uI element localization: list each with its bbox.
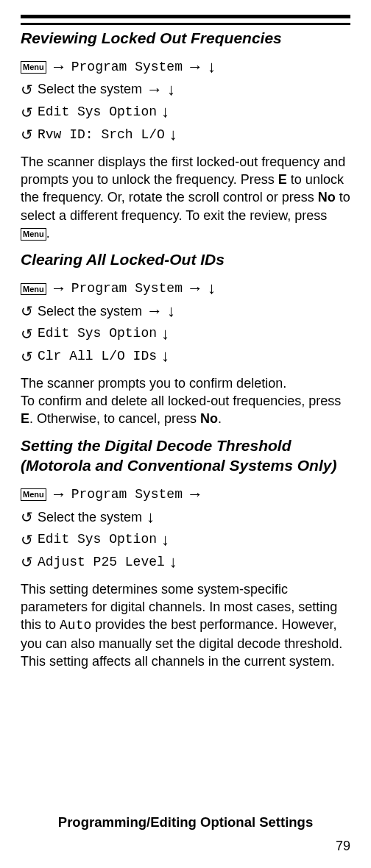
nav-text: Program System [71, 59, 183, 76]
nav-text: Select the system [38, 81, 142, 98]
rotate-icon: ↺ [21, 552, 33, 572]
body-paragraph: The scanner prompts you to confirm delet… [21, 374, 350, 428]
arrow-down-icon: ↓ [208, 57, 216, 78]
arrow-right-icon: → [51, 278, 67, 299]
menu-button-icon: Menu [21, 228, 46, 241]
nav-text: Program System [71, 486, 183, 503]
footer-title: Programming/Editing Optional Settings [21, 814, 350, 831]
rotate-icon: ↺ [21, 125, 33, 144]
menu-button-icon: Menu [21, 61, 46, 73]
nav-row: ↺ Edit Sys Option ↓ [21, 102, 350, 123]
nav-row: ↺ Clr All L/O IDs ↓ [21, 346, 350, 367]
arrow-down-icon: ↓ [208, 278, 216, 299]
nav-row: ↺ Select the system → ↓ [21, 79, 350, 101]
heading-digital-decode: Setting the Digital Decode Threshold (Mo… [21, 435, 350, 476]
nav-row: ↺ Edit Sys Option ↓ [21, 530, 350, 551]
top-divider-thin [21, 23, 350, 25]
nav-text: Program System [71, 280, 183, 297]
page-number: 79 [336, 838, 350, 855]
arrow-down-icon: ↓ [167, 301, 175, 322]
body-paragraph: The scanner displays the first locked-ou… [21, 153, 350, 242]
nav-row: ↺ Select the system → ↓ [21, 301, 350, 322]
nav-row: Menu → Program System → ↓ [21, 278, 350, 299]
menu-button-icon: Menu [21, 283, 46, 295]
arrow-right-icon: → [146, 79, 163, 101]
rotate-icon: ↺ [21, 103, 33, 122]
nav-text: Edit Sys Option [38, 104, 157, 121]
heading-reviewing-locked-out: Reviewing Locked Out Frequencies [21, 28, 350, 48]
arrow-down-icon: ↓ [161, 530, 169, 551]
arrow-down-icon: ↓ [167, 79, 175, 101]
heading-clearing-locked-out: Clearing All Locked-Out IDs [21, 249, 350, 269]
nav-text: Select the system [38, 303, 142, 320]
top-divider-thick [21, 15, 350, 18]
body-paragraph: This setting determines some system-spec… [21, 580, 350, 670]
rotate-icon: ↺ [21, 508, 33, 527]
nav-text: Rvw ID: Srch L/O [38, 127, 165, 143]
arrow-down-icon: ↓ [146, 507, 155, 528]
arrow-down-icon: ↓ [161, 324, 169, 345]
arrow-down-icon: ↓ [161, 346, 169, 367]
rotate-icon: ↺ [21, 324, 33, 344]
nav-text: Clr All L/O IDs [38, 348, 157, 365]
arrow-right-icon: → [51, 57, 67, 78]
arrow-down-icon: ↓ [169, 124, 177, 146]
rotate-icon: ↺ [21, 347, 33, 366]
nav-text: Adjust P25 Level [38, 554, 165, 571]
nav-row: ↺ Edit Sys Option ↓ [21, 324, 350, 345]
arrow-down-icon: ↓ [161, 102, 169, 123]
nav-text: Edit Sys Option [38, 325, 157, 342]
nav-row: Menu → Program System → ↓ [21, 57, 350, 78]
nav-row: ↺ Adjust P25 Level ↓ [21, 552, 350, 573]
arrow-right-icon: → [187, 484, 203, 505]
arrow-right-icon: → [146, 301, 163, 322]
menu-button-icon: Menu [21, 488, 46, 500]
arrow-right-icon: → [51, 484, 67, 505]
nav-row: Menu → Program System → [21, 484, 350, 505]
arrow-right-icon: → [187, 57, 203, 78]
nav-text: Select the system [38, 509, 142, 526]
nav-row: ↺ Select the system ↓ [21, 507, 350, 528]
rotate-icon: ↺ [21, 302, 33, 321]
arrow-down-icon: ↓ [169, 552, 177, 573]
arrow-right-icon: → [187, 278, 203, 299]
rotate-icon: ↺ [21, 80, 33, 99]
rotate-icon: ↺ [21, 530, 33, 549]
nav-row: ↺ Rvw ID: Srch L/O ↓ [21, 124, 350, 146]
nav-text: Edit Sys Option [38, 531, 157, 548]
